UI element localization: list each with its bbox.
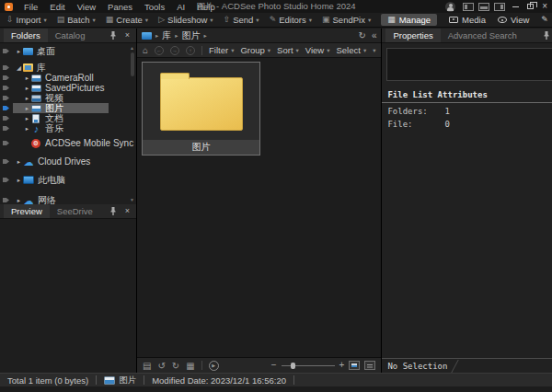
easy-select-icon[interactable] bbox=[3, 158, 9, 165]
tree-item-library[interactable]: ◢ 库 bbox=[0, 63, 136, 73]
pin-icon[interactable] bbox=[109, 207, 117, 215]
menu-tools[interactable]: Tools bbox=[144, 2, 165, 12]
chevron-expanded-icon[interactable]: ◢ bbox=[15, 64, 23, 72]
mode-media[interactable]: Media bbox=[449, 15, 486, 25]
chevron-right-icon[interactable]: ▸ bbox=[15, 158, 23, 166]
view-menu[interactable]: View ▾ bbox=[305, 45, 330, 55]
easy-select-icon[interactable] bbox=[3, 140, 9, 146]
easy-select-icon[interactable] bbox=[3, 64, 9, 71]
menu-ai[interactable]: AI bbox=[177, 2, 185, 12]
easy-select-icon[interactable] bbox=[3, 177, 9, 183]
zoom-slider[interactable] bbox=[282, 365, 335, 366]
easy-select-icon[interactable] bbox=[3, 75, 9, 81]
tree-scrollbar-thumb[interactable] bbox=[131, 52, 134, 76]
tab-advanced-search[interactable]: Advanced Search bbox=[441, 29, 524, 42]
tab-properties[interactable]: Properties bbox=[385, 29, 440, 42]
close-panel-icon[interactable]: × bbox=[125, 207, 130, 215]
restore-button[interactable] bbox=[527, 4, 534, 9]
chevron-right-icon[interactable]: ▸ bbox=[15, 197, 23, 204]
send-button[interactable]: ⇧ Send ▾ bbox=[224, 15, 259, 25]
folder-tile-pictures[interactable]: 图片 bbox=[142, 62, 260, 156]
tab-preview[interactable]: Preview bbox=[4, 204, 50, 218]
zoom-slider-thumb[interactable] bbox=[291, 363, 295, 369]
delete-icon[interactable]: ▦ bbox=[186, 361, 194, 371]
menu-file[interactable]: File bbox=[24, 2, 38, 12]
tree-item-this-pc[interactable]: ▸ 此电脑 bbox=[0, 175, 136, 185]
sort-menu[interactable]: Sort ▾ bbox=[277, 45, 299, 55]
collapse-chevron-icon[interactable]: « bbox=[372, 30, 377, 40]
easy-select-icon-active[interactable] bbox=[3, 105, 9, 111]
close-panel-icon[interactable]: × bbox=[125, 31, 130, 40]
scroll-down-icon[interactable]: ▼ bbox=[130, 197, 134, 202]
sendpix-button[interactable]: ▣ SendPix ▾ bbox=[322, 15, 371, 25]
tree-item-documents[interactable]: ▸ 文档 bbox=[0, 113, 136, 123]
tree-item-desktop[interactable]: ▸ 桌面 bbox=[0, 46, 136, 56]
tab-catalog[interactable]: Catalog bbox=[48, 29, 93, 42]
tree-item-music[interactable]: ▸ ♪ 音乐 bbox=[0, 123, 136, 133]
zoom-out-icon[interactable]: − bbox=[271, 361, 277, 370]
easy-select-icon[interactable] bbox=[3, 48, 9, 54]
tab-folders[interactable]: Folders bbox=[4, 29, 48, 42]
tree-item-mobile-sync[interactable]: ⚙ ACDSee Mobile Sync bbox=[0, 138, 136, 148]
file-list-view[interactable]: 图片 bbox=[137, 58, 381, 357]
tree-item-cloud-drives[interactable]: ▸ ☁ Cloud Drives bbox=[0, 156, 136, 167]
editors-button[interactable]: ✎ Editors ▾ bbox=[270, 15, 312, 25]
minimize-button[interactable] bbox=[512, 6, 519, 7]
home-icon[interactable]: ⌂ bbox=[143, 46, 148, 55]
easy-select-icon[interactable] bbox=[3, 115, 9, 121]
details-view-icon[interactable] bbox=[364, 361, 375, 370]
menu-edit[interactable]: Edit bbox=[50, 2, 64, 12]
up-icon[interactable]: ↑ bbox=[186, 46, 195, 55]
tree-item-pictures-selected[interactable]: ▸ 图片 bbox=[0, 103, 136, 113]
rotate-left-icon[interactable]: ↺ bbox=[157, 361, 165, 371]
scroll-up-icon[interactable]: ▲ bbox=[130, 45, 134, 51]
chevron-right-icon[interactable]: ▸ bbox=[15, 48, 23, 55]
tab-seedrive[interactable]: SeeDrive bbox=[50, 204, 100, 218]
chevron-right-icon[interactable]: ▸ bbox=[23, 75, 31, 82]
filter-menu[interactable]: Filter ▾ bbox=[209, 45, 234, 55]
breadcrumb-library[interactable]: 库 bbox=[162, 29, 171, 42]
chevron-down-icon[interactable]: ▾ bbox=[373, 47, 375, 54]
chevron-right-icon[interactable]: ▸ bbox=[23, 85, 31, 92]
chevron-right-icon[interactable]: ▸ bbox=[23, 105, 31, 112]
close-button[interactable]: × bbox=[542, 2, 547, 11]
easy-select-icon[interactable] bbox=[3, 197, 9, 203]
mode-view[interactable]: View bbox=[498, 15, 529, 25]
chevron-right-icon[interactable]: ▸ bbox=[23, 95, 31, 102]
refresh-icon[interactable]: ↻ bbox=[358, 31, 365, 40]
group-menu[interactable]: Group ▾ bbox=[240, 45, 270, 55]
import-button[interactable]: ⇩ Import ▾ bbox=[6, 15, 47, 25]
forward-icon[interactable]: → bbox=[170, 46, 179, 55]
tree-item-savedpictures[interactable]: ▸ SavedPictures bbox=[0, 83, 136, 93]
slideshow-play-icon[interactable]: ▶ bbox=[209, 361, 219, 371]
breadcrumb-pictures[interactable]: 图片 bbox=[182, 29, 201, 42]
back-icon[interactable]: ← bbox=[155, 46, 164, 55]
thumbnails-view-icon[interactable] bbox=[349, 361, 360, 370]
tree-item-cameraroll[interactable]: ▸ CameraRoll bbox=[0, 73, 136, 83]
tree-item-videos[interactable]: ▸ 视频 bbox=[0, 93, 136, 103]
batch-button[interactable]: ▤ Batch ▾ bbox=[57, 15, 96, 25]
edit-image-icon[interactable]: ▤ bbox=[143, 361, 151, 371]
pin-icon[interactable] bbox=[109, 31, 117, 40]
layout-left-pane-icon[interactable] bbox=[463, 3, 474, 11]
layout-bottom-pane-icon[interactable] bbox=[478, 3, 489, 11]
menu-panes[interactable]: Panes bbox=[108, 2, 132, 12]
pin-icon[interactable] bbox=[543, 31, 550, 40]
easy-select-icon[interactable] bbox=[3, 85, 9, 91]
chevron-right-icon[interactable]: ▸ bbox=[23, 115, 31, 122]
create-button[interactable]: ▦ Create ▾ bbox=[106, 15, 148, 25]
easy-select-icon[interactable] bbox=[3, 95, 9, 101]
chevron-right-icon[interactable]: ▸ bbox=[23, 125, 31, 133]
user-account-icon[interactable] bbox=[445, 2, 455, 12]
chevron-right-icon[interactable]: ▸ bbox=[15, 177, 23, 184]
rotate-right-icon[interactable]: ↻ bbox=[172, 361, 179, 371]
mode-edit[interactable]: ✎ Edit bbox=[541, 15, 552, 25]
mode-manage[interactable]: ▦ Manage bbox=[381, 14, 437, 26]
desktop-icon[interactable] bbox=[142, 32, 152, 40]
tree-item-network[interactable]: ▸ ☁ 网络 bbox=[0, 195, 136, 204]
menu-view[interactable]: View bbox=[77, 2, 96, 12]
slideshow-button[interactable]: ▷ Slideshow ▾ bbox=[158, 15, 213, 25]
zoom-in-icon[interactable]: + bbox=[339, 361, 345, 370]
easy-select-icon[interactable] bbox=[3, 125, 9, 132]
select-menu[interactable]: Select ▾ bbox=[337, 45, 367, 55]
